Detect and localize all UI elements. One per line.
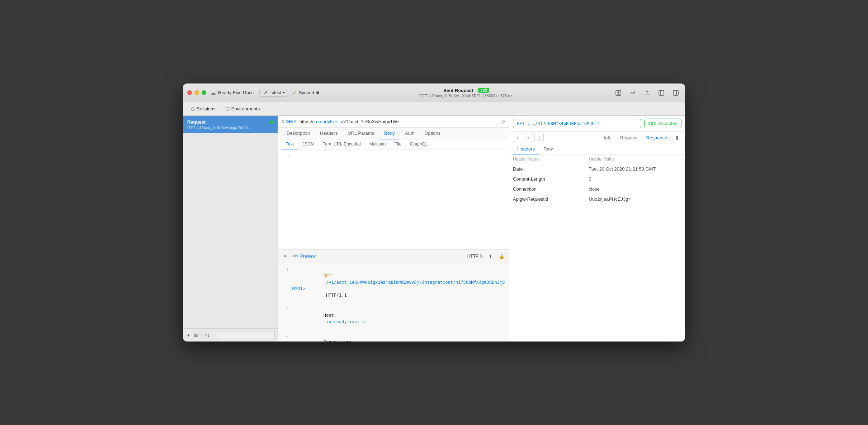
raw-line-content: Connection: close (292, 332, 352, 342)
method-selector[interactable]: ⇅ GET (282, 119, 297, 124)
reload-icon[interactable]: ↺ (501, 119, 505, 124)
preview-lock-button[interactable]: 🔒 (497, 252, 506, 261)
synced-dot (316, 91, 319, 94)
next-button[interactable]: > (524, 133, 533, 142)
divider (202, 332, 202, 338)
synced-label: Synced (299, 90, 314, 95)
headers-table-head: Header Name Header Value (513, 154, 681, 164)
response-nav-tab-response[interactable]: Response (642, 134, 671, 142)
tab-options[interactable]: Options (420, 128, 446, 139)
prev-button[interactable]: < (513, 133, 522, 142)
line-number: 1 (282, 153, 290, 158)
response-nav-tab-request[interactable]: Request (617, 134, 641, 142)
response-status-box: 202 Accepted (644, 119, 681, 128)
headers-table: Header Name Header Value Date Tue, 20 Oc… (509, 154, 685, 204)
url-display[interactable]: https://in.readyfive.io/v1/acct_1eSuXwHo… (299, 119, 498, 124)
raw-line-content: GET /v1/acct_1eSuXwHoigx1WzTqBimRK2mvvEj… (292, 266, 505, 305)
history-button[interactable]: ◷ (534, 133, 544, 142)
main-content: Request GET /v1/acct_1eSuXwHoigx1WzTq...… (183, 116, 685, 342)
protocol-label: HTTP (467, 254, 478, 259)
add-request-button[interactable]: + (186, 331, 191, 339)
tab-auth[interactable]: Auth (400, 128, 420, 139)
raw-line-content: Host: in.readyfive.io (292, 306, 365, 331)
response-status-code: 202 (648, 121, 656, 126)
sidebar-left-icon-button[interactable] (656, 88, 666, 98)
response-status-text: Accepted (658, 121, 678, 126)
sessions-icon: ◷ (191, 106, 195, 111)
titlebar-center: Sent Request 202 GET /v1/acct_1eSuXw...X… (319, 88, 613, 98)
raw-host-key: Host: (324, 313, 336, 318)
subtab-json[interactable]: JSON (298, 139, 318, 149)
tab-headers[interactable]: Headers (315, 128, 343, 139)
preview-toggle-button[interactable]: ▾ (281, 252, 289, 261)
preview-button[interactable]: </> Preview (292, 254, 316, 259)
response-export-button[interactable]: ⬆ (672, 133, 681, 142)
sidebar-bottom-bar: + ⊞ ≡↓ (183, 328, 278, 342)
environments-label: Environments (231, 106, 260, 111)
sidebar-request-path: GET /v1/acct_1eSuXwHoigx1WzTq... (187, 125, 273, 130)
environments-icon: ⬡ (226, 106, 230, 111)
tab-description[interactable]: Description (282, 128, 315, 139)
header-value-connection: close (589, 186, 682, 192)
body-editor[interactable]: 1 (278, 149, 509, 249)
divider2 (213, 332, 213, 338)
upload-icon-button[interactable] (613, 88, 623, 98)
subtab-graphql[interactable]: GraphQL (406, 139, 432, 149)
close-button[interactable] (187, 90, 192, 95)
url-scheme: https:// (299, 119, 313, 124)
raw-url: /v1/acct_1eSuXwHoigx1WzTqBimRK2mvvEj/int… (292, 280, 505, 291)
project-name-area: ☁ Ready Five Docs (211, 90, 254, 96)
col-header-value: Header Value (589, 157, 682, 162)
raw-host-value: in.readyfive.io (324, 319, 365, 324)
project-name-label: Ready Five Docs (218, 90, 254, 95)
tab-url-params[interactable]: URL Params (343, 128, 379, 139)
toolbar: ◷ Sessions ⬡ Environments (183, 102, 685, 116)
raw-line-2: 2 Host: in.readyfive.io (282, 305, 505, 332)
header-name-apigw: Apigw-Requestid (513, 196, 589, 202)
response-nav-tab-info[interactable]: Info (600, 134, 615, 142)
branch-selector[interactable]: ⎇ Latest ▾ (259, 89, 288, 97)
subtab-headers[interactable]: Headers (513, 144, 539, 154)
link-icon-button[interactable] (628, 88, 638, 98)
titlebar-right-buttons (613, 88, 681, 98)
export-icon-button[interactable] (642, 88, 652, 98)
tab-body[interactable]: Body (379, 128, 400, 139)
url-domain: in.readyfive.io (313, 119, 342, 124)
subtab-file[interactable]: File (390, 139, 406, 149)
sidebar-right-icon-button[interactable] (671, 88, 681, 98)
fullscreen-button[interactable] (202, 90, 206, 95)
preview-label: Preview (300, 254, 316, 259)
response-url-label: GET .../4i7JG8MfX4pK3REhJj8M3O1z (517, 121, 600, 126)
raw-preview-area: 1 GET /v1/acct_1eSuXwHoigx1WzTqBimRK2mvv… (278, 263, 509, 342)
sidebar: Request GET /v1/acct_1eSuXwHoigx1WzTq...… (183, 116, 278, 342)
sort-button[interactable]: ≡↓ (204, 331, 210, 339)
preview-export-button[interactable]: ⬆ (486, 252, 495, 261)
subtab-text[interactable]: Text (282, 139, 298, 149)
header-name-connection: Connection (513, 186, 589, 192)
branch-icon: ⎇ (263, 90, 268, 95)
add-group-button[interactable]: ⊞ (193, 331, 199, 339)
checkmark-icon: ✓ (292, 90, 297, 96)
code-icon: </> (292, 254, 298, 259)
header-name-content-length: Content-Length (513, 176, 589, 182)
sidebar-request-item[interactable]: Request GET /v1/acct_1eSuXwHoigx1WzTq... (183, 116, 278, 133)
traffic-lights (187, 90, 206, 95)
filter-input[interactable] (216, 331, 275, 339)
col-header-name: Header Name (513, 157, 589, 162)
sidebar-spacer (183, 133, 278, 328)
header-value-date: Tue, 20 Oct 2020 21:21:59 GMT (589, 166, 682, 172)
response-panel: GET .../4i7JG8MfX4pK3REhJj8M3O1z 202 Acc… (509, 116, 685, 342)
header-row-apigw: Apigw-Requestid Uuo2njaaPHcEJ3g= (513, 194, 681, 204)
method-label: GET (286, 119, 297, 124)
sidebar-request-name: Request (187, 119, 273, 125)
subtab-multipart[interactable]: Multipart (365, 139, 390, 149)
environments-tab[interactable]: ⬡ Environments (223, 105, 262, 113)
protocol-selector[interactable]: HTTP ⇅ (467, 254, 483, 259)
url-path: /v1/acct_1eSuXwHoigx1Wz... (342, 119, 404, 124)
sessions-tab[interactable]: ◷ Sessions (189, 105, 218, 113)
subtab-raw[interactable]: Raw (539, 144, 557, 154)
url-bar: ⇅ GET https://in.readyfive.io/v1/acct_1e… (278, 116, 509, 128)
subtab-form-url-encoded[interactable]: Form URL-Encoded (318, 139, 365, 149)
raw-line-1: 1 GET /v1/acct_1eSuXwHoigx1WzTqBimRK2mvv… (282, 266, 505, 305)
minimize-button[interactable] (194, 90, 199, 95)
